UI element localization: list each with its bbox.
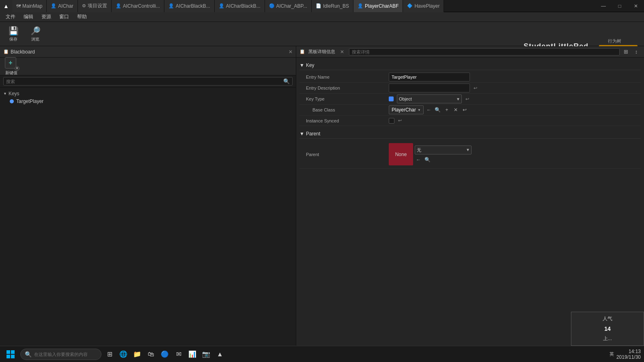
- title-bar: ▲ 🗺 MainMap 👤 AIChar ⚙ 项目设置 👤 AICharCont…: [0, 0, 644, 12]
- entry-desc-reset[interactable]: ↩: [472, 84, 479, 92]
- details-toggle-icon[interactable]: ↕: [632, 47, 641, 56]
- entry-name-label: Entry Name: [299, 75, 389, 79]
- toolbar: 💾 保存 🔎 浏览 StudentLittleRed 行为树 ▶ Blackbo…: [0, 22, 644, 46]
- parent-dropdown[interactable]: 无: [415, 146, 472, 154]
- taskbar-search-box: 🔍: [20, 349, 101, 360]
- base-class-search-icon[interactable]: 🔍: [434, 106, 442, 114]
- base-class-label: Base Class: [299, 107, 389, 112]
- menu-help[interactable]: 帮助: [73, 13, 91, 21]
- entry-desc-input[interactable]: [389, 84, 470, 92]
- tab-haveplayer[interactable]: 🔷 HavePlayer: [403, 0, 444, 12]
- base-class-row: Base Class PlayerChar ▼ ← 🔍 + ✕ ↩: [299, 105, 641, 116]
- tab-project-settings[interactable]: ⚙ 项目设置: [78, 0, 112, 12]
- key-type-value: Object ▼ ↩: [389, 94, 641, 103]
- entry-desc-row: Entry Description ↩: [299, 83, 641, 94]
- popup-label: 人气: [603, 315, 612, 322]
- keys-section-header[interactable]: ▼ Keys: [0, 90, 296, 97]
- key-type-label: Key Type: [299, 96, 389, 101]
- popup-label2: 上...: [603, 335, 612, 342]
- start-button[interactable]: [3, 348, 18, 361]
- key-section-title[interactable]: ▼ Key: [299, 61, 641, 70]
- base-class-chevron-icon: ▼: [418, 108, 421, 112]
- taskbar-search-icon: 🔍: [25, 351, 32, 358]
- blackboard-content: ▼ Keys TargetPlayer: [0, 88, 296, 346]
- popup-area: 人气 14 上...: [571, 312, 644, 346]
- base-class-value: PlayerChar ▼ ← 🔍 + ✕ ↩: [389, 105, 641, 114]
- taskbar-store-button[interactable]: 🛍: [145, 349, 157, 360]
- parent-label: Parent: [299, 152, 389, 157]
- svg-rect-3: [11, 355, 15, 358]
- taskbar-unreal-button[interactable]: ▲: [214, 349, 226, 360]
- key-type-dropdown[interactable]: Object: [397, 94, 462, 103]
- taskbar-powerpoint-button[interactable]: 📊: [187, 349, 198, 360]
- parent-dropdown-row: 无 ▼: [415, 146, 641, 154]
- menu-window[interactable]: 窗口: [55, 13, 73, 21]
- instance-synced-checkbox[interactable]: [389, 118, 394, 124]
- parent-thumbnail[interactable]: None: [389, 143, 413, 165]
- parent-section-title[interactable]: ▼ Parent: [299, 129, 641, 139]
- menu-resources[interactable]: 资源: [37, 13, 55, 21]
- base-class-add-icon[interactable]: +: [443, 106, 450, 114]
- tab-playercharabf[interactable]: 👤 PlayerCharABF: [353, 0, 403, 12]
- parent-controls: 无 ▼ ← 🔍: [413, 146, 641, 163]
- instance-synced-reset[interactable]: ↩: [396, 117, 403, 124]
- parent-dropdown-wrapper: 无 ▼: [415, 146, 472, 154]
- parent-search-icon[interactable]: 🔍: [424, 156, 431, 163]
- minimize-button[interactable]: —: [595, 0, 612, 12]
- keys-arrow-icon: ▼: [3, 92, 7, 96]
- taskbar-tray: 英 14:13 2019/11/30: [610, 349, 641, 360]
- instance-synced-row: Instance Synced ↩: [299, 116, 641, 126]
- parent-row: Parent None 无 ▼ ← 🔍: [299, 140, 641, 169]
- taskbar-search-input[interactable]: [34, 352, 97, 357]
- tab-idlerun[interactable]: 📄 IdleRun_BS: [312, 0, 353, 12]
- key-type-reset[interactable]: ↩: [463, 95, 471, 103]
- object-indicator: [389, 96, 394, 101]
- menu-file[interactable]: 文件: [2, 13, 19, 21]
- entry-name-value: [389, 73, 641, 81]
- menu-edit[interactable]: 编辑: [19, 13, 37, 21]
- blackboard-panel: 📋 Blackboard ✕ + ▼ 新键值 🔍: [0, 46, 296, 346]
- tab-mainmap[interactable]: 🗺 MainMap: [12, 0, 47, 12]
- new-key-button[interactable]: + ▼ 新键值: [3, 57, 19, 76]
- maximize-button[interactable]: □: [612, 0, 628, 12]
- details-search-input[interactable]: [349, 48, 620, 56]
- app-logo: ▲: [0, 0, 12, 12]
- entry-desc-value: ↩: [389, 84, 641, 92]
- taskbar-edge-button[interactable]: 🌐: [118, 349, 129, 360]
- blackboard-panel-header: 📋 Blackboard ✕: [0, 46, 296, 58]
- save-button[interactable]: 💾 保存: [3, 23, 24, 45]
- window-controls: — □ ✕: [595, 0, 644, 12]
- tab-aicharblackboard1[interactable]: 👤 AICharBlackB...: [164, 0, 215, 12]
- taskbar-email-button[interactable]: ✉: [173, 349, 184, 360]
- list-item[interactable]: TargetPlayer: [0, 97, 296, 105]
- taskbar-view-button[interactable]: ⊞: [104, 349, 115, 360]
- base-class-remove-icon[interactable]: ✕: [452, 106, 459, 114]
- close-button[interactable]: ✕: [628, 0, 644, 12]
- search-icon: 🔍: [283, 78, 290, 84]
- key-type-dot: [10, 99, 14, 103]
- taskbar-clock: 14:13 2019/11/30: [616, 349, 641, 360]
- key-type-row: Key Type Object ▼ ↩: [299, 94, 641, 105]
- blackboard-search-input[interactable]: [6, 79, 283, 84]
- parent-arrow-left-icon[interactable]: ←: [415, 156, 422, 163]
- tab-aicharcontroller[interactable]: 👤 AICharControlli...: [112, 0, 164, 12]
- blackboard-search-bar: 🔍: [3, 77, 293, 86]
- svg-rect-1: [11, 350, 15, 354]
- instance-synced-value: ↩: [389, 117, 641, 124]
- base-class-reset-icon[interactable]: ↩: [461, 106, 468, 114]
- properties-content: ▼ Key Entry Name Entry Description ↩: [296, 58, 644, 346]
- base-class-dropdown[interactable]: PlayerChar ▼: [389, 105, 424, 114]
- entry-name-input[interactable]: [389, 73, 470, 81]
- save-icon: 💾: [9, 26, 19, 36]
- entry-desc-label: Entry Description: [299, 86, 389, 90]
- taskbar-camera-button[interactable]: 📷: [200, 349, 212, 360]
- base-class-arrow-left-icon[interactable]: ←: [425, 106, 433, 114]
- browse-button[interactable]: 🔎 浏览: [25, 23, 45, 45]
- details-view-icon[interactable]: ⊞: [621, 47, 630, 56]
- details-toolbar-icons: ⊞ ↕: [621, 47, 641, 56]
- tab-aichar-abp[interactable]: 🔵 AIChar_ABP...: [265, 0, 312, 12]
- tab-aicharblackboard2[interactable]: 👤 AICharBlackB...: [215, 0, 265, 12]
- taskbar-chrome-button[interactable]: 🔵: [159, 349, 170, 360]
- tab-aichar[interactable]: 👤 AIChar: [47, 0, 78, 12]
- taskbar-folder-button[interactable]: 📁: [131, 349, 143, 360]
